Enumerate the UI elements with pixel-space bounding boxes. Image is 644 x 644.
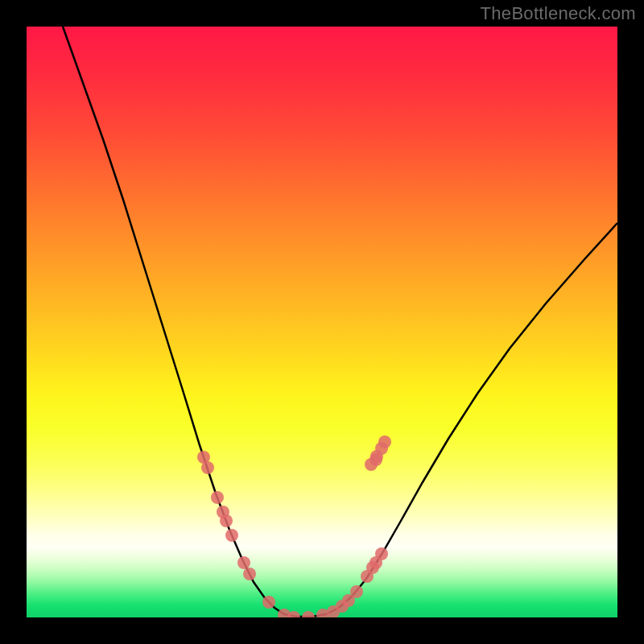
- scatter-dot: [220, 514, 233, 527]
- curve-layer: [27, 27, 617, 617]
- bottleneck-curve: [63, 27, 617, 617]
- scatter-dot: [350, 585, 363, 598]
- scatter-dot: [262, 596, 275, 609]
- scatter-dot: [201, 461, 214, 474]
- scatter-dot: [369, 453, 382, 466]
- scatter-dot: [237, 556, 250, 569]
- scatter-dot: [302, 611, 315, 617]
- chart-frame: TheBottleneck.com: [0, 0, 644, 644]
- scatter-dot: [243, 568, 256, 580]
- watermark-text: TheBottleneck.com: [481, 3, 636, 24]
- scatter-dot: [375, 547, 388, 560]
- plot-area: [27, 27, 617, 617]
- scatter-dot: [225, 529, 238, 542]
- scatter-dot: [378, 436, 391, 448]
- scatter-dots: [197, 436, 391, 617]
- scatter-dot: [211, 491, 224, 504]
